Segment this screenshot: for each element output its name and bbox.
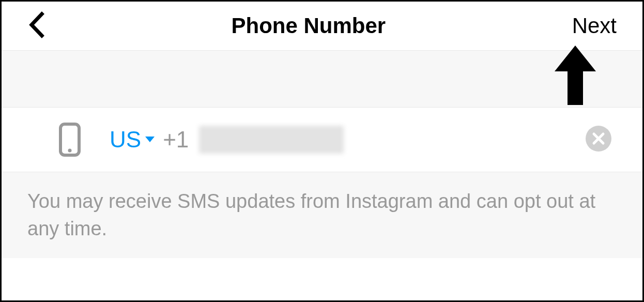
dial-code: +1: [163, 127, 189, 153]
country-selector[interactable]: US: [110, 127, 156, 153]
header: Phone Number Next: [2, 2, 642, 51]
page-title: Phone Number: [45, 13, 572, 38]
next-button[interactable]: Next: [572, 13, 617, 38]
svg-point-1: [68, 149, 72, 153]
phone-icon: [58, 122, 81, 157]
country-code-label: US: [110, 127, 141, 153]
spacer: [2, 51, 642, 108]
chevron-left-icon: [27, 11, 45, 41]
phone-input-row: US +1: [2, 108, 642, 172]
caret-down-icon: [144, 135, 156, 144]
clear-button[interactable]: [586, 126, 611, 154]
back-button[interactable]: [27, 11, 45, 41]
clear-icon: [586, 126, 611, 154]
phone-number-input[interactable]: [199, 126, 344, 154]
helper-text: You may receive SMS updates from Instagr…: [2, 172, 642, 258]
